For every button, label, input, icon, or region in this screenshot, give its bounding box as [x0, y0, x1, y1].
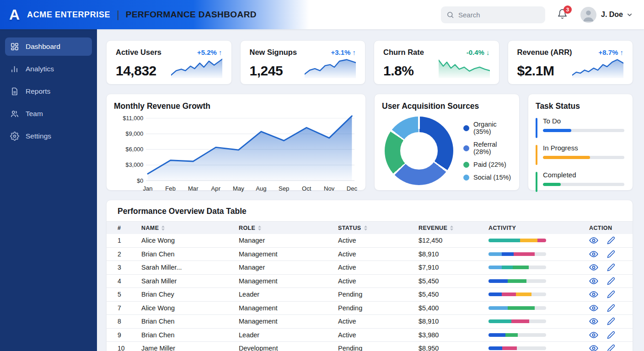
column-header[interactable]: ROLE	[239, 225, 338, 231]
sort-icon[interactable]	[161, 225, 165, 231]
table-row: 10 Jame Miller Development Pending $8,95…	[107, 342, 633, 351]
cell-revenue: $8,950	[419, 345, 488, 351]
activity-segment	[488, 346, 502, 350]
cell-status: Active	[338, 250, 419, 258]
sparkline-chart	[171, 57, 222, 78]
svg-text:Mar: Mar	[188, 185, 199, 192]
activity-segment	[488, 319, 511, 323]
svg-text:Dec: Dec	[347, 185, 358, 192]
column-header[interactable]: #	[118, 225, 141, 231]
table-header-row: # NAME ROLE STATUS REVENUE	[107, 221, 633, 234]
sort-icon[interactable]	[364, 225, 368, 231]
activity-bar	[488, 252, 546, 256]
cell-revenue: $5,400	[419, 304, 488, 312]
cell-name: Alice Wong	[141, 304, 239, 312]
edit-pencil-icon[interactable]	[607, 344, 615, 351]
chevron-down-icon[interactable]	[626, 11, 633, 18]
legend-label: Organic (35%)	[473, 121, 512, 135]
notifications-button[interactable]: 3	[557, 9, 568, 21]
trend-up-icon: ↑	[620, 48, 624, 56]
edit-pencil-icon[interactable]	[607, 277, 615, 285]
avatar[interactable]	[580, 7, 596, 23]
header-divider: |	[117, 9, 119, 21]
activity-segment	[537, 239, 546, 242]
legend-dot	[463, 175, 469, 181]
activity-segment	[488, 333, 505, 337]
sort-icon[interactable]	[450, 225, 454, 231]
cell-name: Sarah Miller	[141, 277, 239, 285]
activity-bar	[488, 239, 546, 242]
sort-icon[interactable]	[258, 225, 262, 231]
cell-role: Management	[239, 304, 338, 312]
column-header[interactable]: NAME	[141, 225, 239, 231]
cell-role: Leader	[239, 291, 338, 298]
cell-revenue: $5,450	[419, 277, 488, 285]
cell-role: Management	[239, 250, 338, 258]
app-header: A ACME ENTERPRISE | PERFORMANCE DASHBOAR…	[0, 0, 644, 29]
svg-text:Aug: Aug	[256, 185, 266, 192]
cell-role: Leader	[239, 331, 338, 339]
task-progress-fill	[543, 129, 571, 132]
task-accent-bar	[536, 118, 537, 138]
task-accent-bar	[536, 172, 537, 192]
sidebar-item-dashboard[interactable]: Dashboard	[5, 37, 92, 56]
column-header[interactable]: REVENUE	[419, 225, 488, 231]
performance-table-card: Performance Overview Data Table # NAME R…	[106, 200, 633, 351]
view-eye-icon[interactable]	[589, 290, 598, 299]
sidebar-item-label: Analytics	[26, 65, 54, 73]
legend-label: Social (15%)	[473, 174, 511, 181]
edit-pencil-icon[interactable]	[607, 304, 615, 312]
column-header-label: STATUS	[338, 225, 361, 231]
cell-status: Active	[338, 318, 419, 325]
view-eye-icon[interactable]	[589, 303, 598, 313]
notification-badge: 3	[564, 5, 572, 14]
cell-index: 8	[118, 318, 141, 325]
edit-pencil-icon[interactable]	[607, 331, 615, 339]
cell-index: 10	[118, 345, 141, 351]
page-title: PERFORMANCE DASHBOARD	[126, 10, 257, 20]
search-box[interactable]	[441, 6, 545, 23]
sparkline-chart	[439, 57, 490, 78]
activity-segment	[488, 306, 508, 310]
column-header[interactable]: ACTION	[589, 225, 633, 231]
column-header[interactable]: ACTIVITY	[488, 225, 589, 231]
cell-name: Brian Chen	[141, 250, 239, 258]
search-input[interactable]	[458, 11, 540, 19]
kpi-value: $2.1M	[517, 63, 554, 79]
sidebar-item-team[interactable]: Team	[5, 105, 92, 123]
column-header[interactable]: STATUS	[338, 225, 419, 231]
view-eye-icon[interactable]	[589, 236, 598, 245]
table-row: 5 Brian Chey Leader Pending $5,450	[107, 288, 633, 302]
brand-logo: A	[9, 7, 20, 22]
view-eye-icon[interactable]	[589, 317, 598, 326]
legend-dot	[463, 125, 469, 131]
sidebar-item-settings[interactable]: Settings	[5, 127, 92, 145]
task-progress-fill	[543, 183, 561, 186]
column-header-label: NAME	[141, 225, 159, 231]
task-accent-bar	[536, 145, 537, 165]
view-eye-icon[interactable]	[589, 277, 598, 286]
edit-pencil-icon[interactable]	[607, 236, 615, 245]
edit-pencil-icon[interactable]	[607, 250, 615, 258]
sidebar-item-label: Settings	[26, 132, 51, 140]
user-name[interactable]: J. Doe	[601, 11, 623, 19]
sidebar-item-reports[interactable]: Reports	[5, 82, 92, 101]
view-eye-icon[interactable]	[589, 330, 598, 340]
view-eye-icon[interactable]	[589, 263, 598, 272]
cell-status: Active	[338, 237, 419, 244]
edit-pencil-icon[interactable]	[607, 317, 615, 325]
edit-pencil-icon[interactable]	[607, 290, 615, 298]
cell-revenue: $5,450	[419, 291, 488, 298]
activity-bar	[488, 266, 546, 269]
view-eye-icon[interactable]	[589, 344, 598, 351]
cell-index: 9	[118, 331, 141, 339]
view-eye-icon[interactable]	[589, 250, 598, 259]
svg-text:Oct: Oct	[302, 185, 311, 192]
column-header-label: #	[118, 225, 121, 231]
activity-segment	[488, 239, 520, 242]
kpi-value: 1.8%	[383, 63, 413, 79]
donut-chart	[385, 117, 453, 185]
activity-segment	[502, 346, 517, 350]
sidebar-item-analytics[interactable]: Analytics	[5, 60, 92, 78]
edit-pencil-icon[interactable]	[607, 263, 615, 271]
